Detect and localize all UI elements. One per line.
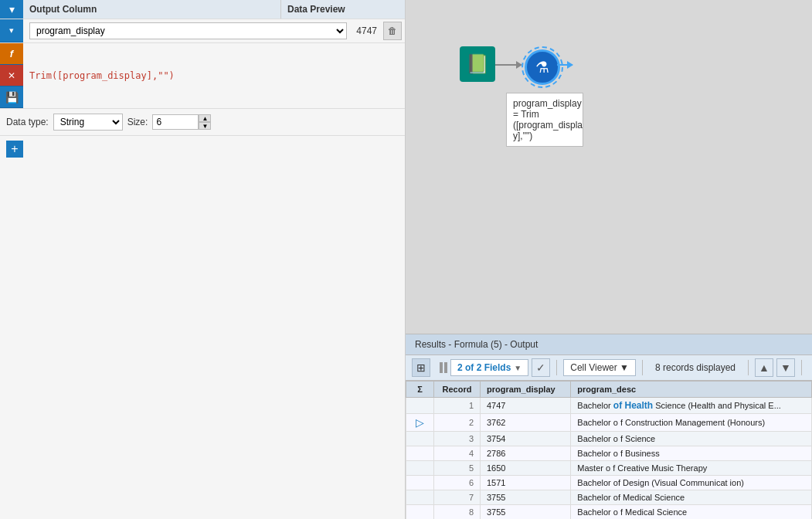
record-cell: 6 [434, 476, 481, 490]
cell-viewer-text: Cell Viewer [570, 362, 617, 373]
row-icon-cell [406, 476, 434, 490]
program-display-cell: 1571 [481, 476, 571, 490]
grid-icon: ⊞ [412, 358, 430, 377]
cell-viewer-dropdown: ▼ [620, 362, 629, 373]
delete-icon[interactable]: ✕ [0, 65, 23, 86]
delete-button[interactable]: 🗑 [383, 22, 402, 40]
th-program-display: program_display [481, 382, 571, 398]
nav-down-button[interactable]: ▼ [776, 358, 795, 377]
program-desc-cell: Master o f Creative Music Therapy [571, 461, 812, 476]
left-panel: ▾ Output Column Data Preview ▾ program_d… [0, 0, 406, 519]
program-display-cell: 3755 [481, 505, 571, 520]
program-display-cell: 3755 [481, 490, 571, 505]
separator3 [748, 360, 749, 375]
side-icons: ▾ [0, 19, 23, 42]
size-up-button[interactable]: ▲ [199, 114, 211, 122]
field-value: 4747 [350, 25, 377, 36]
size-down-button[interactable]: ▼ [199, 122, 211, 130]
row-icon-cell [406, 461, 434, 476]
table-body: 14747Bachelor of Health Science (Health … [406, 398, 812, 520]
data-preview-header: Data Preview [281, 0, 405, 19]
record-cell: 2 [434, 414, 481, 432]
fields-text: 2 of 2 Fields [457, 362, 511, 373]
function-icon[interactable]: f [0, 43, 23, 65]
canvas-area: 📗 ⚗ program_display = Trim ([prog [406, 0, 812, 334]
fields-button[interactable]: 2 of 2 Fields ▼ [450, 359, 528, 376]
program-desc-cell: Bachelor o f Construction Management (Ho… [571, 414, 812, 432]
th-program-desc: program_desc [571, 382, 812, 398]
arrow-icon: ▾ [0, 0, 23, 19]
program-desc-cell: Bachelor o f Medical Science [571, 505, 812, 520]
row-indicator-icon: ▾ [0, 19, 23, 42]
results-header: Results - Formula (5) - Output [406, 334, 812, 355]
program-desc-cell: Bachelor of Medical Science [571, 490, 812, 505]
results-panel: Results - Formula (5) - Output ⊞ 2 of 2 … [406, 334, 812, 519]
th-sigma: Σ [406, 382, 434, 398]
datatype-select[interactable]: String [53, 114, 123, 131]
table-row: 14747Bachelor of Health Science (Health … [406, 398, 812, 414]
table-row: ▷23762Bachelor o f Construction Manageme… [406, 414, 812, 432]
panel-header: ▾ Output Column Data Preview [0, 0, 405, 19]
separator2 [642, 360, 643, 375]
formula-node-border: ⚗ [522, 46, 563, 88]
workflow-canvas: 📗 ⚗ program_display = Trim ([prog [421, 15, 797, 318]
program-desc-cell: Bachelor o f Business [571, 446, 812, 461]
program-desc-cell: Bachelor o f Science [571, 432, 812, 446]
records-count: 8 records displayed [649, 362, 742, 373]
connector2-arrow [557, 64, 572, 66]
row-icon-cell [406, 398, 434, 414]
data-table: Σ Record program_display program_desc 14… [406, 381, 812, 519]
row-icon-cell [406, 432, 434, 446]
table-row: 33754Bachelor o f Science [406, 432, 812, 446]
fields-dropdown-icon: ▼ [514, 364, 522, 372]
program-display-cell: 3762 [481, 414, 571, 432]
th-record: Record [434, 382, 481, 398]
nav-up-button[interactable]: ▲ [755, 358, 773, 377]
record-cell: 4 [434, 446, 481, 461]
program-display-cell: 4747 [481, 398, 571, 414]
row-icon-cell: ▷ [406, 414, 434, 432]
save-icon[interactable]: 💾 [0, 86, 23, 108]
checkmark-button[interactable]: ✓ [532, 358, 550, 377]
results-table: Σ Record program_display program_desc 14… [406, 381, 812, 519]
field-name-select[interactable]: program_display [29, 22, 347, 39]
icons-column: f ✕ 💾 [0, 43, 23, 108]
table-row: 42786Bachelor o f Business [406, 446, 812, 461]
datatype-row: Data type: String Size: ▲ ▼ [0, 109, 405, 136]
results-toolbar: ⊞ 2 of 2 Fields ▼ ✓ Cell Viewer ▼ 8 [406, 355, 812, 381]
output-column-header: Output Column [23, 0, 281, 19]
add-row: + [0, 136, 405, 162]
row-icon-cell [406, 490, 434, 505]
connector-arrow [495, 64, 522, 66]
separator1 [556, 360, 557, 375]
row-icon-cell [406, 505, 434, 520]
add-button[interactable]: + [6, 141, 23, 158]
right-panel: 📗 ⚗ program_display = Trim ([prog [406, 0, 812, 519]
main-container: ▾ Output Column Data Preview ▾ program_d… [0, 0, 812, 519]
record-cell: 8 [434, 505, 481, 520]
tooltip-text: program_display = Trim ([program_displa … [513, 98, 583, 141]
record-cell: 3 [434, 432, 481, 446]
program-display-cell: 1650 [481, 461, 571, 476]
program-display-cell: 3754 [481, 432, 571, 446]
formula-icon: ⚗ [525, 49, 560, 85]
record-cell: 5 [434, 461, 481, 476]
table-row: 61571Bachelor of Design (Visual Communic… [406, 476, 812, 490]
table-row: 73755Bachelor of Medical Science [406, 490, 812, 505]
book-icon: 📗 [460, 46, 495, 82]
formula-content: Trim([program_display],"") [23, 43, 405, 108]
workflow-tooltip: program_display = Trim ([program_displa … [506, 93, 583, 147]
program-desc-cell: Bachelor of Design (Visual Communicat io… [571, 476, 812, 490]
datatype-label: Data type: [6, 117, 49, 127]
size-input[interactable] [152, 114, 199, 130]
formula-section: f ✕ 💾 Trim([program_display],"") [0, 43, 405, 109]
size-spinners: ▲ ▼ [199, 114, 211, 130]
formula-node[interactable]: ⚗ [522, 46, 563, 88]
book-node[interactable]: 📗 [460, 46, 495, 82]
table-row: 51650Master o f Creative Music Therapy [406, 461, 812, 476]
cell-viewer-button[interactable]: Cell Viewer ▼ [563, 359, 636, 376]
table-header-row: Σ Record program_display program_desc [406, 382, 812, 398]
separator4 [801, 360, 802, 375]
table-row: 83755Bachelor o f Medical Science [406, 505, 812, 520]
size-label: Size: [127, 117, 148, 127]
